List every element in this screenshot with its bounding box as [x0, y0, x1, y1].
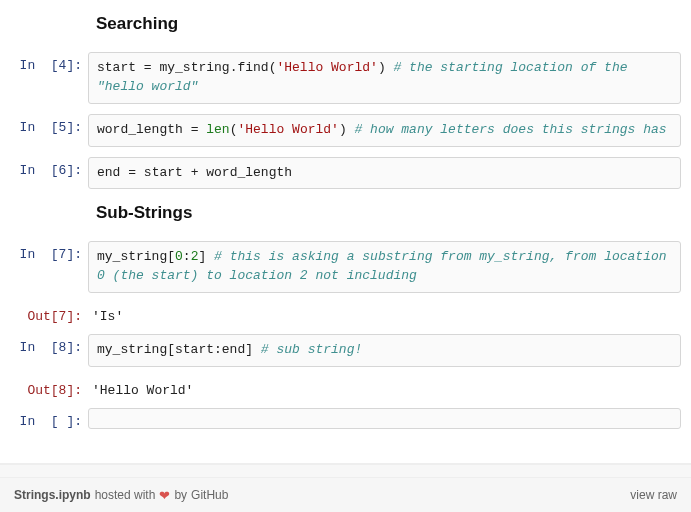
- gist-footer-left: Strings.ipynb hosted with ❤ by GitHub: [14, 488, 228, 502]
- heading-searching: Searching: [96, 14, 687, 34]
- code-in-4[interactable]: start = my_string.find('Hello World') # …: [88, 52, 681, 104]
- heading-substrings: Sub-Strings: [96, 203, 687, 223]
- code-token: my_string[: [97, 249, 175, 264]
- prompt-in-8: In [8]:: [10, 334, 88, 367]
- gist-filename-link[interactable]: Strings.ipynb: [14, 488, 91, 502]
- code-in-5[interactable]: word_length = len('Hello World') # how m…: [88, 114, 681, 147]
- heart-icon: ❤: [159, 489, 170, 502]
- cell-in-4: In [4]: start = my_string.find('Hello Wo…: [10, 52, 681, 104]
- code-token: end: [97, 165, 128, 180]
- code-token: ): [378, 60, 394, 75]
- code-comment: # sub string!: [261, 342, 362, 357]
- code-in-8[interactable]: my_string[start:end] # sub string!: [88, 334, 681, 367]
- prompt-in-blank: In [ ]:: [10, 408, 88, 429]
- code-token: =: [144, 60, 152, 75]
- viewport: Searching In [4]: start = my_string.find…: [0, 0, 691, 512]
- notebook-scroll[interactable]: Searching In [4]: start = my_string.find…: [0, 0, 691, 464]
- view-raw-link[interactable]: view raw: [630, 488, 677, 502]
- code-in-blank[interactable]: [88, 408, 681, 429]
- cell-in-5: In [5]: word_length = len('Hello World')…: [10, 114, 681, 147]
- gist-hosted-text: hosted with: [95, 488, 156, 502]
- cell-in-8: In [8]: my_string[start:end] # sub strin…: [10, 334, 681, 367]
- code-token: =: [128, 165, 136, 180]
- code-number: 0: [175, 249, 183, 264]
- code-in-7[interactable]: my_string[0:2] # this is asking a substr…: [88, 241, 681, 293]
- prompt-out-8: Out[8]:: [10, 377, 88, 398]
- code-token: word_length: [97, 122, 191, 137]
- prompt-in-6: In [6]:: [10, 157, 88, 190]
- code-builtin: len: [206, 122, 229, 137]
- prompt-in-7: In [7]:: [10, 241, 88, 293]
- cell-in-6: In [6]: end = start + word_length: [10, 157, 681, 190]
- cell-out-8: Out[8]: 'Hello World': [10, 377, 681, 398]
- cell-out-7: Out[7]: 'Is': [10, 303, 681, 324]
- code-string: 'Hello World': [276, 60, 377, 75]
- prompt-out-7: Out[7]:: [10, 303, 88, 324]
- cell-in-7: In [7]: my_string[0:2] # this is asking …: [10, 241, 681, 293]
- code-token: start: [97, 60, 144, 75]
- code-token: :: [183, 249, 191, 264]
- code-token: my_string.find(: [152, 60, 277, 75]
- prompt-in-5: In [5]:: [10, 114, 88, 147]
- gist-by-text: by: [174, 488, 187, 502]
- code-token: my_string[start:end]: [97, 342, 261, 357]
- code-comment: # how many letters does this strings has: [355, 122, 667, 137]
- prompt-in-4: In [4]:: [10, 52, 88, 104]
- code-string: 'Hello World': [237, 122, 338, 137]
- output-out-8: 'Hello World': [88, 377, 681, 398]
- code-token: ): [339, 122, 355, 137]
- gist-footer: Strings.ipynb hosted with ❤ by GitHub vi…: [0, 478, 691, 512]
- code-token: start + word_length: [136, 165, 292, 180]
- code-in-6[interactable]: end = start + word_length: [88, 157, 681, 190]
- gist-host-link[interactable]: GitHub: [191, 488, 228, 502]
- horizontal-scrollbar[interactable]: [0, 464, 691, 478]
- cell-in-blank: In [ ]:: [10, 408, 681, 429]
- code-token: ]: [198, 249, 214, 264]
- output-out-7: 'Is': [88, 303, 681, 324]
